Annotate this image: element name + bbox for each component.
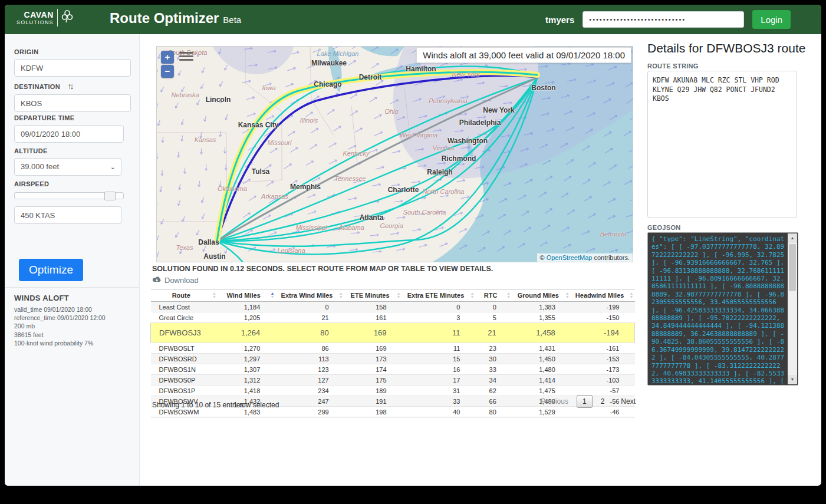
airspeed-slider-handle[interactable] bbox=[104, 192, 116, 200]
sort-icon: ▲▼ bbox=[397, 292, 401, 299]
page-button-1[interactable]: 1 bbox=[577, 395, 593, 408]
table-cell: 1,418 bbox=[218, 386, 275, 396]
details-heading: Details for DFWBOSJ3 route bbox=[647, 41, 805, 55]
table-cell: 1,307 bbox=[218, 364, 275, 375]
optimize-button[interactable]: Optimize bbox=[19, 259, 83, 281]
table-cell: 0 bbox=[275, 302, 344, 312]
table-cell: 21 bbox=[275, 312, 344, 323]
table-entries-info: Showing 1 to 10 of 15 entries bbox=[152, 401, 243, 409]
table-cell: 34 bbox=[475, 375, 511, 386]
table-cell: 1,414 bbox=[512, 375, 571, 386]
table-cell: 1,264 bbox=[218, 323, 275, 343]
table-cell: DFWBOSLT bbox=[151, 343, 218, 354]
column-header-headwind-miles[interactable]: Headwind Miles▲▼ bbox=[571, 289, 635, 302]
altitude-select[interactable]: 39.000 feet ⌄ bbox=[14, 158, 121, 176]
table-cell: -161 bbox=[571, 343, 635, 354]
table-row[interactable]: DFWBOS0P1,31212717517341,414-103 bbox=[151, 375, 635, 386]
table-cell: 247 bbox=[275, 396, 344, 407]
destination-input[interactable] bbox=[14, 94, 131, 112]
table-row[interactable]: DFWBOS1P1,41823418931621,475-57 bbox=[151, 386, 635, 396]
column-header-ete-minutes[interactable]: ETE Minutes▲▼ bbox=[344, 289, 402, 302]
route-string-label: ROUTE STRING bbox=[647, 62, 699, 70]
table-cell: 86 bbox=[275, 343, 344, 354]
winds-aloft-line: 100-knot wind probability 7% bbox=[14, 339, 106, 347]
page-button-2[interactable]: 2 bbox=[601, 397, 605, 406]
sort-icon: ▲▼ bbox=[270, 292, 274, 299]
app-window: CAVAN SOLUTIONS Route OptimizerBeta tmye… bbox=[5, 5, 821, 486]
winds-aloft-map-caption: Winds aloft at 39,000 feet valid at 09/0… bbox=[416, 47, 631, 63]
table-row[interactable]: DFWBOS1N1,30712317416331,480-173 bbox=[151, 364, 635, 375]
table-cell: 234 bbox=[275, 386, 344, 396]
column-header-extra-wind-miles[interactable]: Extra Wind Miles▲▼ bbox=[275, 289, 344, 302]
table-cell: 1,355 bbox=[512, 312, 571, 323]
winds-aloft-heading: WINDS ALOFT bbox=[14, 294, 69, 302]
column-header-extra-ete-minutes[interactable]: Extra ETE Minutes▲▼ bbox=[402, 289, 476, 302]
table-cell: 15 bbox=[402, 354, 476, 364]
table-cell: DFWBOS1P bbox=[151, 386, 218, 396]
table-cell: DFWBOSJ3 bbox=[151, 323, 218, 343]
login-button[interactable]: Login bbox=[752, 10, 791, 29]
origin-input[interactable] bbox=[14, 59, 131, 77]
column-header-wind-miles[interactable]: Wind Miles▲▼ bbox=[218, 289, 275, 302]
table-cell: 175 bbox=[344, 375, 402, 386]
table-cell: Least Cost bbox=[151, 302, 218, 312]
table-cell: 33 bbox=[475, 364, 511, 375]
solution-status: SOLUTION FOUND IN 0.12 SECONDS. SELECT R… bbox=[152, 265, 493, 273]
scrollbar-thumb[interactable] bbox=[789, 244, 796, 291]
table-cell: 1,450 bbox=[512, 354, 571, 364]
table-cell: 30 bbox=[475, 354, 511, 364]
swap-origin-destination-icon[interactable]: ↑↓ bbox=[68, 81, 73, 91]
password-field[interactable] bbox=[583, 11, 744, 28]
table-cell: 16 bbox=[402, 364, 476, 375]
departure-time-input[interactable] bbox=[14, 125, 124, 143]
table-row[interactable]: Least Cost1,1840158001,383-199 bbox=[151, 302, 635, 312]
beta-badge: Beta bbox=[223, 15, 241, 25]
scroll-up-icon[interactable]: ▲ bbox=[788, 233, 797, 243]
route-string-textarea[interactable]: KDFW AKUNA8 MLC RZC STL VHP ROD KLYNE Q2… bbox=[647, 71, 797, 218]
airspeed-slider[interactable] bbox=[14, 192, 124, 199]
sort-icon: ▲▼ bbox=[470, 292, 475, 299]
table-cell: 1,297 bbox=[218, 354, 275, 364]
page-title: Route OptimizerBeta bbox=[110, 10, 241, 27]
table-row[interactable]: DFWBOSLT1,2708616911231,431-161 bbox=[151, 343, 635, 354]
scroll-down-icon[interactable]: ▼ bbox=[788, 375, 797, 384]
table-cell: 21 bbox=[475, 323, 511, 343]
map-zoom-in-button[interactable]: + bbox=[161, 51, 174, 64]
column-header-ground-miles[interactable]: Ground Miles▲▼ bbox=[512, 289, 571, 302]
cloud-download-icon bbox=[152, 276, 162, 285]
table-cell: 127 bbox=[275, 375, 344, 386]
column-header-route[interactable]: Route▲▼ bbox=[151, 289, 218, 302]
geojson-content: { "type": "LineString", "coordinates": [… bbox=[648, 233, 798, 386]
sidebar-divider bbox=[5, 287, 139, 288]
table-cell: 169 bbox=[344, 343, 402, 354]
table-cell: 1,205 bbox=[218, 312, 275, 323]
route-map[interactable]: South DakotaNebraskaIowaIllinoisMissouri… bbox=[156, 46, 633, 262]
sort-icon: ▲▼ bbox=[339, 292, 343, 299]
table-cell: 174 bbox=[344, 364, 402, 375]
download-link[interactable]: Download bbox=[152, 276, 199, 285]
map-zoom-out-button[interactable]: − bbox=[161, 65, 174, 78]
table-cell: -194 bbox=[571, 323, 635, 343]
column-header-rtc[interactable]: RTC▲▼ bbox=[475, 289, 511, 302]
table-row[interactable]: DFWBOSRD1,29711317315301,450-153 bbox=[151, 354, 635, 364]
airspeed-input[interactable] bbox=[14, 206, 121, 224]
next-page-button[interactable]: Next bbox=[621, 397, 636, 406]
table-row[interactable]: Great Circle1,20521161351,355-150 bbox=[151, 312, 635, 323]
map-layers-menu-icon[interactable] bbox=[179, 52, 193, 62]
winds-aloft-line: 38615 feet bbox=[14, 331, 106, 339]
table-cell: DFWBOS1N bbox=[151, 364, 218, 375]
geojson-label: GEOJSON bbox=[647, 224, 681, 231]
table-cell: -153 bbox=[571, 354, 635, 364]
cavan-solutions-logo: CAVAN SOLUTIONS bbox=[17, 9, 74, 27]
geojson-scrollbar[interactable]: ▲ ▼ bbox=[788, 233, 797, 384]
sort-icon: ▲▼ bbox=[565, 292, 570, 299]
previous-page-button[interactable]: Previous bbox=[541, 397, 568, 406]
logo-line1: CAVAN bbox=[17, 11, 54, 19]
table-row[interactable]: DFWBOSJ31,2648016911211,458-194 bbox=[151, 323, 635, 343]
table-cell: 66 bbox=[475, 396, 511, 407]
table-cell: 113 bbox=[275, 354, 344, 364]
openstreetmap-link[interactable]: OpenStreetMap bbox=[547, 254, 593, 261]
table-cell: -150 bbox=[571, 312, 635, 323]
table-cell: 161 bbox=[344, 312, 402, 323]
sort-icon: ▲▼ bbox=[506, 292, 511, 299]
